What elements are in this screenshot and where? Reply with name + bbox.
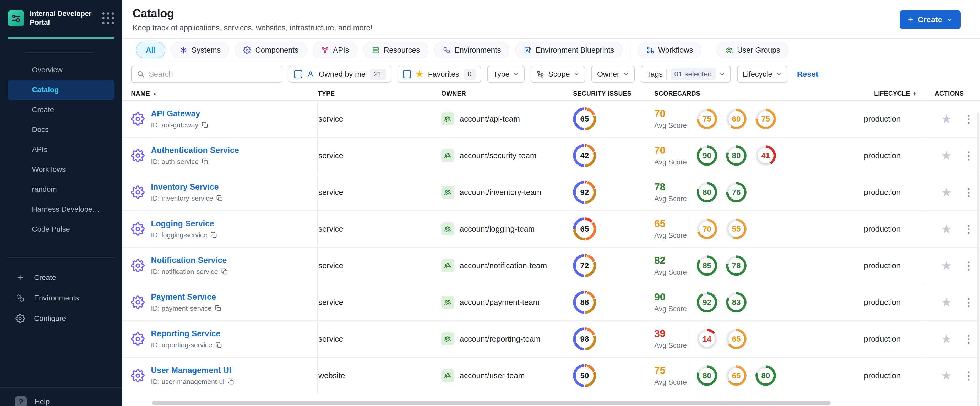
favorite-star-icon[interactable]: ★ (941, 149, 952, 162)
type-filter-dropdown[interactable]: Type (487, 66, 525, 82)
copy-icon[interactable] (221, 268, 228, 275)
entity-name-cell: Reporting ServiceID: reporting-service (131, 321, 318, 357)
copy-icon[interactable] (216, 195, 223, 202)
tab-components[interactable]: Components (235, 42, 307, 59)
tab-environment-blueprints[interactable]: Environment Blueprints (515, 42, 623, 59)
column-header-lifecycle[interactable]: LIFECYCLE▲▼ (861, 90, 924, 97)
entity-name-link[interactable]: Payment Service (151, 292, 221, 302)
tab-systems[interactable]: Systems (171, 42, 229, 59)
favorite-star-icon[interactable]: ★ (941, 113, 952, 125)
sidebar-item-configure[interactable]: Configure (8, 308, 114, 329)
scorecard-ring[interactable]: 65 (726, 329, 746, 349)
scope-filter-dropdown[interactable]: Scope (531, 66, 585, 82)
tab-apis[interactable]: APIs (313, 42, 357, 59)
favorite-star-icon[interactable]: ★ (941, 296, 952, 308)
tab-resources[interactable]: Resources (363, 42, 428, 59)
copy-icon[interactable] (202, 158, 208, 165)
app-grid-icon[interactable] (102, 12, 114, 24)
favorites-filter[interactable]: ★ Favorites 0 (398, 66, 481, 82)
favorite-star-icon[interactable]: ★ (941, 186, 952, 198)
copy-icon[interactable] (215, 305, 221, 312)
scorecard-ring[interactable]: 65 (726, 365, 746, 386)
sidebar-item-workflows[interactable]: Workflows (8, 160, 114, 179)
tab-workflows[interactable]: Workflows (638, 42, 702, 59)
row-menu-icon[interactable]: ⋮ (963, 114, 974, 124)
entity-name-link[interactable]: Reporting Service (151, 329, 222, 338)
tab-label: Environments (455, 46, 501, 54)
favorite-star-icon[interactable]: ★ (941, 223, 952, 235)
sidebar-item-create[interactable]: +Create (8, 268, 114, 288)
scorecard-value: 80 (703, 371, 711, 380)
scorecard-ring[interactable]: 76 (726, 182, 746, 203)
owned-by-me-filter[interactable]: Owned by me 21 (289, 66, 391, 82)
row-menu-icon[interactable]: ⋮ (963, 297, 974, 308)
avg-score-value: 78 (654, 181, 688, 193)
create-button[interactable]: + Create (900, 11, 961, 29)
reset-filters-link[interactable]: Reset (797, 70, 818, 79)
scorecard-ring[interactable]: 14 (697, 329, 717, 349)
scorecard-ring[interactable]: 60 (726, 109, 746, 129)
favorites-checkbox[interactable] (403, 70, 411, 78)
scorecard-ring[interactable]: 92 (697, 292, 717, 312)
entity-name-link[interactable]: Logging Service (151, 219, 217, 228)
column-header-name[interactable]: NAME▲ (131, 90, 318, 97)
lifecycle-cell: production (861, 101, 924, 137)
copy-icon[interactable] (228, 378, 234, 385)
scorecard-ring[interactable]: 90 (697, 145, 717, 166)
favorite-star-icon[interactable]: ★ (941, 260, 952, 272)
entity-name-link[interactable]: API Gateway (151, 109, 208, 118)
horizontal-scrollbar[interactable] (152, 401, 830, 405)
entity-name-link[interactable]: Inventory Service (151, 182, 223, 192)
owned-by-me-checkbox[interactable] (294, 70, 302, 78)
search-box[interactable] (131, 66, 282, 82)
lifecycle-filter-dropdown[interactable]: Lifecycle (737, 66, 788, 82)
row-menu-icon[interactable]: ⋮ (963, 260, 974, 271)
scorecard-ring[interactable]: 78 (726, 255, 746, 276)
tab-environments[interactable]: Environments (434, 42, 509, 59)
tags-filter-dropdown[interactable]: Tags 01 selected (641, 66, 730, 82)
row-menu-icon[interactable]: ⋮ (963, 334, 974, 344)
scorecard-ring[interactable]: 80 (697, 365, 717, 386)
sidebar-item-random[interactable]: random (8, 179, 114, 199)
sidebar-item-catalog[interactable]: Catalog (8, 80, 114, 100)
search-input[interactable] (149, 70, 277, 79)
row-menu-icon[interactable]: ⋮ (963, 187, 974, 198)
row-menu-icon[interactable]: ⋮ (963, 370, 974, 381)
scorecard-ring[interactable]: 80 (756, 365, 776, 386)
sidebar-item-harness-develope[interactable]: Harness Develope… (8, 199, 114, 219)
favorite-star-icon[interactable]: ★ (941, 333, 952, 345)
copy-icon[interactable] (202, 122, 208, 128)
owner-filter-dropdown[interactable]: Owner (592, 66, 635, 82)
tab-user-groups[interactable]: User Groups (717, 42, 789, 59)
owner-name: account/logging-team (460, 225, 535, 233)
scorecard-ring[interactable]: 80 (697, 182, 717, 203)
entity-name-link[interactable]: Notification Service (151, 255, 228, 265)
scorecard-ring[interactable]: 83 (726, 292, 746, 312)
scorecard-ring[interactable]: 70 (697, 219, 717, 239)
row-menu-icon[interactable]: ⋮ (963, 224, 974, 234)
vertical-scrollbar[interactable] (977, 113, 980, 406)
scorecard-ring[interactable]: 75 (697, 109, 717, 129)
entity-name-link[interactable]: Authentication Service (151, 146, 239, 155)
row-menu-icon[interactable]: ⋮ (963, 151, 974, 161)
sidebar-item-docs[interactable]: Docs (8, 120, 114, 140)
scorecard-ring[interactable]: 75 (756, 109, 776, 129)
scorecard-ring[interactable]: 85 (697, 255, 717, 276)
entity-name-link[interactable]: User Management UI (151, 366, 234, 375)
sidebar-item-create[interactable]: Create (8, 100, 114, 120)
security-issues-donut: 72 (573, 254, 596, 277)
brand-name: Internal Developer Portal (30, 10, 95, 27)
sidebar-item-environments[interactable]: Environments (8, 288, 114, 308)
sidebar-item-overview[interactable]: Overview (8, 60, 114, 80)
copy-icon[interactable] (210, 232, 217, 238)
sidebar-item-help[interactable]: ? Help (15, 396, 50, 406)
sidebar-item-apis[interactable]: APIs (8, 140, 114, 160)
tab-all[interactable]: All (136, 42, 165, 59)
scorecard-ring[interactable]: 80 (726, 145, 746, 166)
scorecard-ring[interactable]: 55 (726, 219, 746, 239)
favorite-star-icon[interactable]: ★ (941, 370, 952, 382)
scorecard-ring[interactable]: 41 (756, 145, 776, 166)
sidebar-item-code-pulse[interactable]: Code Pulse (8, 219, 114, 239)
entity-id: ID: inventory-service (151, 194, 223, 203)
copy-icon[interactable] (215, 341, 222, 348)
